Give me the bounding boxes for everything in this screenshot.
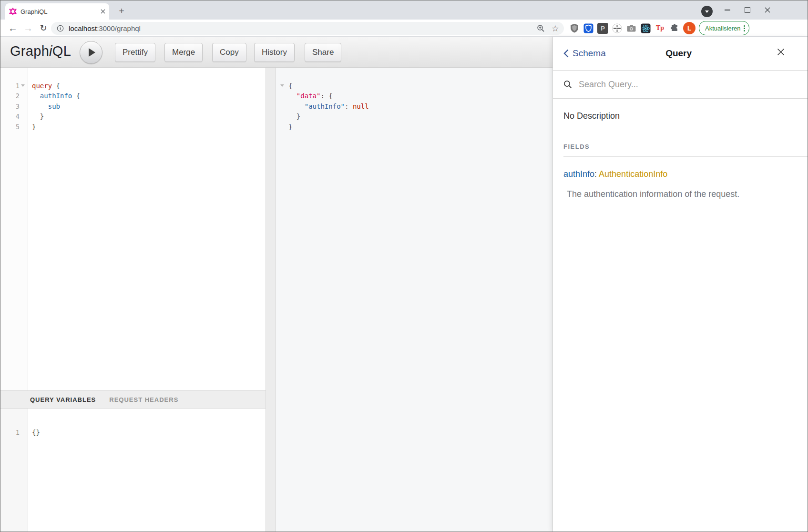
code-text: { xyxy=(288,82,292,90)
back-button[interactable]: ← xyxy=(5,20,20,37)
code-line[interactable]: 4 } xyxy=(0,112,266,122)
update-button-label: Aktualisieren xyxy=(705,25,740,32)
graphql-favicon-icon xyxy=(9,8,17,15)
doc-search-row xyxy=(553,71,808,99)
extensions-row: P Tp xyxy=(569,20,749,37)
tab-close-icon[interactable] xyxy=(101,9,105,14)
history-button[interactable]: History xyxy=(254,43,295,62)
extensions-puzzle-icon[interactable] xyxy=(669,23,680,34)
code-line[interactable]: { xyxy=(276,81,552,91)
line-number: 5 xyxy=(0,123,28,131)
url-text[interactable]: localhost:3000/graphql xyxy=(69,24,141,32)
doc-explorer-panel: Schema Query No Description FIELDS authI… xyxy=(552,37,808,532)
query-variables-editor[interactable]: 1{} xyxy=(0,409,266,532)
doc-explorer-header: Schema Query xyxy=(553,37,808,71)
window-minimize-button[interactable] xyxy=(717,0,737,20)
page-info-icon[interactable] xyxy=(57,25,64,32)
code-line[interactable]: 2 authInfo { xyxy=(0,91,266,102)
share-button[interactable]: Share xyxy=(305,43,341,62)
play-icon xyxy=(89,48,95,57)
code-line[interactable]: } xyxy=(276,112,552,122)
fields-section-label: FIELDS xyxy=(563,143,798,150)
field-name-link[interactable]: authInfo xyxy=(563,169,594,179)
line-number: 2 xyxy=(0,92,28,100)
doc-close-icon[interactable] xyxy=(777,48,785,56)
fold-column xyxy=(276,84,288,87)
tab-query-variables[interactable]: QUERY VARIABLES xyxy=(30,396,96,403)
code-line[interactable]: 3 sub xyxy=(0,101,266,112)
copy-button[interactable]: Copy xyxy=(212,43,246,62)
code-line[interactable]: "data": { xyxy=(276,91,552,102)
graphiql-topbar: GraphiQL Prettify Merge Copy History Sha… xyxy=(0,37,552,68)
tab-search-caret-icon[interactable] xyxy=(701,6,713,17)
chevron-left-icon xyxy=(563,49,569,58)
type-description: No Description xyxy=(563,111,798,121)
chrome-update-button[interactable]: Aktualisieren xyxy=(699,21,749,35)
doc-back-link[interactable]: Schema xyxy=(563,48,606,59)
merge-button[interactable]: Merge xyxy=(164,43,203,62)
bookmark-star-icon[interactable]: ☆ xyxy=(552,24,559,33)
profile-avatar[interactable]: L xyxy=(683,22,695,34)
doc-search-input[interactable] xyxy=(578,79,742,90)
window-maximize-button[interactable] xyxy=(737,0,757,20)
fold-arrow-icon[interactable] xyxy=(280,84,284,87)
code-line[interactable]: "authInfo": null xyxy=(276,101,552,112)
address-bar[interactable]: localhost:3000/graphql ☆ xyxy=(51,22,564,35)
search-icon xyxy=(563,80,572,89)
doc-title: Query xyxy=(665,48,692,59)
p-extension-icon[interactable]: P xyxy=(597,23,608,34)
code-text: } xyxy=(288,113,300,120)
tp-extension-icon[interactable]: Tp xyxy=(655,23,665,34)
graphiql-logo: GraphiQL xyxy=(10,43,71,59)
tab-strip: GraphiQL + xyxy=(0,0,808,20)
code-text: "authInfo": null xyxy=(288,102,369,110)
result-pane[interactable]: { "data": { "authInfo": null }} xyxy=(276,68,552,532)
field-description: The authentication information of the re… xyxy=(563,189,798,199)
crosshair-picker-icon[interactable] xyxy=(612,23,623,34)
code-line[interactable]: } xyxy=(276,122,552,132)
bitwarden-icon[interactable] xyxy=(583,23,594,34)
execute-query-button[interactable] xyxy=(80,41,102,64)
fold-arrow-icon[interactable] xyxy=(21,84,25,87)
browser-tab-graphiql[interactable]: GraphiQL xyxy=(5,3,109,20)
field-colon: : xyxy=(594,169,599,179)
field-authinfo: authInfo: AuthenticationInfo xyxy=(563,169,798,179)
field-type-link[interactable]: AuthenticationInfo xyxy=(599,169,667,179)
line-number: 1 xyxy=(0,82,28,90)
pane-splitter[interactable] xyxy=(266,68,276,532)
code-text: sub xyxy=(28,102,60,110)
code-text: authInfo { xyxy=(28,92,80,100)
code-text: } xyxy=(288,123,292,131)
doc-body: No Description FIELDS authInfo: Authenti… xyxy=(553,111,808,199)
menu-kebab-icon[interactable] xyxy=(744,25,745,31)
line-number: 4 xyxy=(0,113,28,120)
doc-back-label: Schema xyxy=(573,48,606,59)
tab-request-headers[interactable]: REQUEST HEADERS xyxy=(109,396,178,403)
variables-tab-bar: QUERY VARIABLES REQUEST HEADERS xyxy=(0,390,266,409)
tab-title: GraphiQL xyxy=(20,8,101,15)
ublock-shield-icon[interactable] xyxy=(569,23,580,34)
line-number: 1 xyxy=(0,429,28,436)
code-text: query { xyxy=(28,82,60,90)
reload-button[interactable]: ↻ xyxy=(36,20,51,37)
camera-icon[interactable] xyxy=(626,23,637,34)
browser-window: GraphiQL + ← → ↻ localhost:3000/graphql xyxy=(0,0,808,532)
forward-button[interactable]: → xyxy=(20,20,36,37)
fields-divider xyxy=(563,156,808,157)
code-line[interactable]: 5} xyxy=(0,122,266,132)
code-text: } xyxy=(28,113,44,120)
query-editor[interactable]: 1query {2 authInfo {3 sub4 }5} xyxy=(0,68,266,390)
prettify-button[interactable]: Prettify xyxy=(115,43,155,62)
react-devtools-icon[interactable] xyxy=(640,23,651,34)
code-text: "data": { xyxy=(288,92,333,100)
code-line[interactable]: 1query { xyxy=(0,81,266,91)
line-number: 3 xyxy=(0,102,28,110)
code-line[interactable]: 1{} xyxy=(0,427,266,438)
code-text: {} xyxy=(28,429,40,436)
new-tab-button[interactable]: + xyxy=(115,4,128,18)
zoom-page-icon[interactable] xyxy=(537,24,545,32)
window-close-button[interactable] xyxy=(757,0,777,20)
code-text: } xyxy=(28,123,36,131)
